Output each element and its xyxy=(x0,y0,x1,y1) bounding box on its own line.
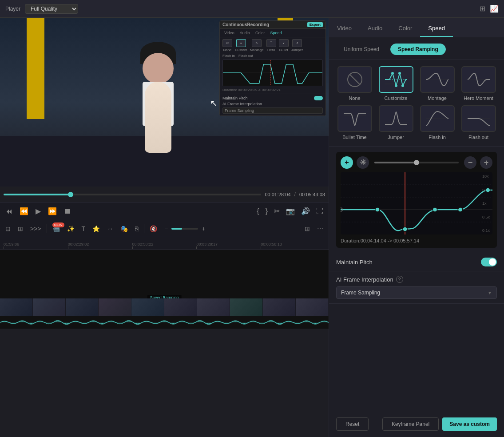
mask-btn[interactable]: 🎭 xyxy=(119,224,130,233)
snapshot-btn[interactable]: 📷 xyxy=(286,207,295,215)
camera-icon-wrap: 📹 NEW xyxy=(51,225,62,232)
zoom-in-btn[interactable]: + xyxy=(480,156,492,169)
mini-export-btn[interactable]: Export xyxy=(307,22,323,27)
svg-point-8 xyxy=(391,72,394,75)
effects-btn[interactable]: ✨ xyxy=(65,224,76,233)
mini-tab-video[interactable]: Video xyxy=(222,30,236,36)
preset-flash-in[interactable]: Flash in xyxy=(419,105,456,140)
mini-flash-out[interactable]: Flash out xyxy=(238,54,253,58)
ai-dropdown[interactable]: Frame Sampling ▼ xyxy=(336,286,497,299)
tab-video[interactable]: Video xyxy=(329,20,360,37)
mini-chart xyxy=(222,60,323,86)
preset-icon-customize xyxy=(379,66,413,93)
preset-bullet-time[interactable]: Bullet Time xyxy=(336,105,373,140)
maintain-pitch-row: Maintain Pitch xyxy=(329,253,504,271)
mini-frame-dropdown[interactable]: Frame Sampling xyxy=(222,107,323,114)
mini-item-bullet[interactable]: ∨ Bullet xyxy=(279,39,289,52)
text-btn[interactable]: T xyxy=(80,224,87,233)
play-next-frame-btn[interactable]: ⏩ xyxy=(48,207,57,215)
mini-flash-items: Flash in Flash out xyxy=(222,54,323,58)
curve-slider-fill xyxy=(374,162,417,163)
audio-btn[interactable]: 🔊 xyxy=(301,207,310,215)
grid-view-btn[interactable]: ⊞ xyxy=(303,224,312,233)
playback-thumb xyxy=(68,192,73,197)
y-label-05x: 0.5x xyxy=(482,215,490,219)
maintain-pitch-label: Maintain Pitch xyxy=(336,259,481,266)
toggle-thumb xyxy=(489,258,496,266)
speed-tab-ramping[interactable]: Speed Ramping xyxy=(390,44,446,55)
right-panel: Video Audio Color Speed Uniform Speed Sp… xyxy=(329,18,504,437)
mini-item-none[interactable]: ∅ None xyxy=(222,39,232,52)
ai-selected-option: Frame Sampling xyxy=(341,290,380,296)
tl-sep-1 xyxy=(47,224,47,233)
mini-label-none: None xyxy=(223,48,231,52)
skip-back-btn[interactable]: ⏮ xyxy=(5,207,12,215)
play-prev-frame-btn[interactable]: ⏪ xyxy=(20,207,28,215)
snowflake-btn[interactable]: ✳ xyxy=(357,156,369,169)
preset-flash-out[interactable]: Flash out xyxy=(460,105,497,140)
preset-customize[interactable]: Customize xyxy=(377,66,414,101)
pb-right: { } ✂ 📷 🔊 ⛶ xyxy=(257,207,323,215)
curve-zoom-slider[interactable] xyxy=(374,162,459,163)
preset-icon-jumper xyxy=(379,105,413,132)
mini-flash-in[interactable]: Flash in xyxy=(222,54,235,58)
volume-slider[interactable] xyxy=(171,228,198,230)
stop-btn[interactable]: ⏹ xyxy=(64,207,71,215)
chart-icon[interactable]: 📈 xyxy=(490,4,499,13)
playback-timeline[interactable] xyxy=(4,194,261,195)
split-btn[interactable]: ✂ xyxy=(274,207,280,215)
sticker-btn[interactable]: ⭐ xyxy=(91,224,102,233)
tab-audio[interactable]: Audio xyxy=(360,20,390,37)
keyframe-panel-button[interactable]: Keyframe Panel xyxy=(382,417,439,431)
y-label-10x: 10x xyxy=(482,174,490,179)
copy-btn[interactable]: ⎘ xyxy=(133,224,140,233)
preset-montage[interactable]: Montage xyxy=(419,66,456,101)
mark-in-btn[interactable]: { xyxy=(257,207,259,215)
tl-end: ⊞ ⋯ xyxy=(303,224,325,233)
preset-label-montage: Montage xyxy=(428,95,447,101)
magnet-btn[interactable]: ⊟ xyxy=(4,224,12,233)
reset-button[interactable]: Reset xyxy=(336,417,369,431)
curve-area[interactable]: 10x 5x 1x 0.5x 0.1x xyxy=(341,172,492,234)
vol-plus-btn[interactable]: + xyxy=(200,224,207,233)
dropdown-chevron-icon: ▼ xyxy=(488,290,492,295)
info-icon[interactable]: ? xyxy=(396,276,403,283)
preset-none[interactable]: None xyxy=(336,66,373,101)
save-as-custom-button[interactable]: Save as custom xyxy=(442,417,497,431)
mini-tab-color[interactable]: Color xyxy=(254,30,267,36)
mini-item-jumper[interactable]: ∧ Jumper xyxy=(291,39,303,52)
vol-minus-btn[interactable]: − xyxy=(163,224,170,233)
tab-speed[interactable]: Speed xyxy=(420,20,453,37)
quality-select[interactable]: Full Quality Half Quality Quarter Qualit… xyxy=(25,4,78,14)
mini-item-customize[interactable]: ≡ Custom xyxy=(235,39,247,52)
split-track-btn[interactable]: ⊞ xyxy=(16,224,25,233)
grid-icon[interactable]: ⊞ xyxy=(480,4,485,13)
mini-tab-audio[interactable]: Audio xyxy=(238,30,252,36)
mini-tab-speed[interactable]: Speed xyxy=(268,30,283,36)
maintain-pitch-toggle[interactable] xyxy=(481,258,497,266)
mini-item-hero[interactable]: ⌒ Hero xyxy=(266,39,276,52)
transition-btn[interactable]: ↔ xyxy=(105,224,115,233)
more-btn[interactable]: ⋯ xyxy=(315,224,325,233)
preset-label-bullet: Bullet Time xyxy=(342,135,366,140)
mini-item-montage[interactable]: ∿ Montage xyxy=(250,39,264,52)
zoom-out-btn[interactable]: − xyxy=(464,156,476,169)
tab-color[interactable]: Color xyxy=(390,20,420,37)
ruler-tick-1 xyxy=(4,246,4,249)
mark-out-btn[interactable]: } xyxy=(266,207,268,215)
preset-jumper[interactable]: Jumper xyxy=(377,105,414,140)
preset-hero-moment[interactable]: Hero Moment xyxy=(460,66,497,101)
track-thumb-1 xyxy=(0,298,33,316)
volume-area: − + xyxy=(163,224,207,233)
fullscreen-btn[interactable]: ⛶ xyxy=(316,207,323,215)
mini-label-jumper: Jumper xyxy=(291,48,303,52)
mute-btn[interactable]: 🔇 xyxy=(148,224,159,233)
cursor-icon: ↖ xyxy=(210,98,218,108)
fast-forward-btn[interactable]: >>> xyxy=(28,224,43,233)
speed-tab-uniform[interactable]: Uniform Speed xyxy=(336,44,387,55)
play-btn[interactable]: ▶ xyxy=(36,207,41,215)
add-keyframe-btn[interactable]: + xyxy=(341,156,353,169)
mini-toggle[interactable] xyxy=(314,96,323,100)
ai-row: AI Frame Interpolation ? xyxy=(336,276,497,283)
person-body xyxy=(145,82,171,153)
